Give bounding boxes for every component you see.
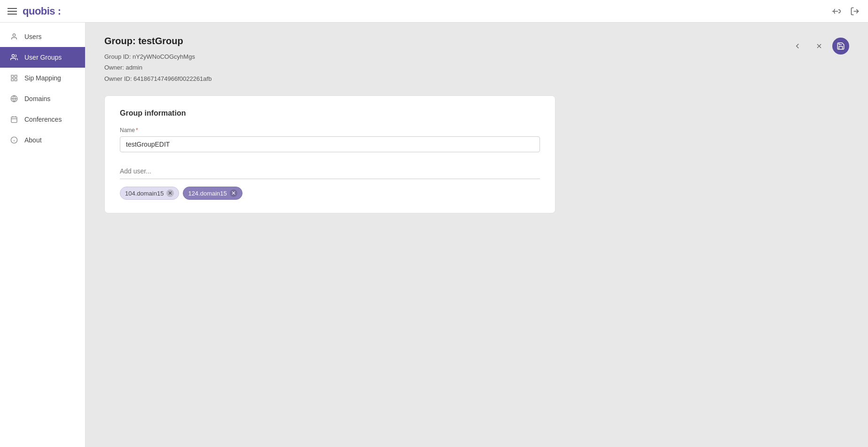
close-button[interactable] bbox=[811, 38, 828, 55]
svg-rect-6 bbox=[11, 117, 17, 123]
page-header: Group: testGroup Group ID: nY2yWNoCOGcyh… bbox=[104, 36, 849, 84]
layout: Users User Groups Sip Mapping bbox=[0, 23, 868, 447]
app-logo: quobis : bbox=[23, 5, 61, 17]
svg-rect-3 bbox=[15, 78, 17, 81]
sidebar-item-conferences[interactable]: Conferences bbox=[0, 109, 85, 130]
name-input[interactable] bbox=[120, 136, 540, 152]
topbar-left: quobis : bbox=[8, 5, 61, 17]
logout-icon[interactable] bbox=[849, 6, 860, 17]
group-icon bbox=[9, 54, 19, 61]
sidebar-item-label: User Groups bbox=[24, 54, 62, 61]
save-button[interactable] bbox=[832, 38, 849, 55]
topbar: quobis : bbox=[0, 0, 868, 23]
page-title: Group: testGroup bbox=[104, 36, 211, 47]
hamburger-button[interactable] bbox=[8, 8, 17, 15]
tag-remove-button[interactable]: ✕ bbox=[166, 189, 174, 197]
sidebar-item-domains[interactable]: Domains bbox=[0, 88, 85, 109]
user-icon bbox=[9, 33, 19, 40]
owner-id: Owner ID: 6418671474966f0022261afb bbox=[104, 73, 211, 84]
svg-point-4 bbox=[11, 95, 17, 102]
user-tag: 124.domain15 ✕ bbox=[183, 187, 242, 200]
group-info-card: Group information Name* 104.domain15 ✕ 1… bbox=[104, 95, 555, 213]
main-content: Group: testGroup Group ID: nY2yWNoCOGcyh… bbox=[86, 23, 868, 447]
svg-point-10 bbox=[11, 137, 17, 143]
sidebar-item-label: Users bbox=[24, 33, 42, 40]
sidebar-item-label: About bbox=[24, 136, 42, 144]
card-title: Group information bbox=[120, 109, 540, 118]
sidebar-item-label: Conferences bbox=[24, 116, 62, 123]
tag-label: 104.domain15 bbox=[125, 190, 164, 197]
tag-label: 124.domain15 bbox=[188, 190, 227, 197]
sidebar: Users User Groups Sip Mapping bbox=[0, 23, 86, 447]
globe-icon bbox=[9, 95, 19, 102]
header-actions bbox=[789, 38, 849, 55]
sidebar-item-label: Sip Mapping bbox=[24, 74, 61, 82]
group-id: Group ID: nY2yWNoCOGcyhMgs bbox=[104, 51, 211, 62]
owner: Owner: admin bbox=[104, 62, 211, 73]
svg-rect-1 bbox=[15, 75, 17, 78]
sidebar-item-users[interactable]: Users bbox=[0, 26, 85, 47]
sidebar-item-user-groups[interactable]: User Groups bbox=[0, 47, 85, 68]
svg-rect-0 bbox=[11, 75, 14, 78]
user-tags-container: 104.domain15 ✕ 124.domain15 ✕ bbox=[120, 187, 540, 200]
name-label: Name* bbox=[120, 127, 540, 133]
sidebar-item-about[interactable]: About bbox=[0, 130, 85, 150]
svg-line-14 bbox=[817, 44, 821, 48]
svg-rect-2 bbox=[11, 78, 14, 81]
sidebar-item-label: Domains bbox=[24, 95, 50, 102]
grid-icon bbox=[9, 74, 19, 82]
topbar-right bbox=[830, 6, 860, 17]
tag-remove-button[interactable]: ✕ bbox=[230, 189, 237, 197]
name-field-group: Name* bbox=[120, 127, 540, 152]
svg-line-13 bbox=[817, 44, 821, 48]
info-icon bbox=[9, 136, 19, 144]
back-button[interactable] bbox=[789, 38, 806, 55]
share-icon[interactable] bbox=[830, 6, 842, 17]
page-meta: Group ID: nY2yWNoCOGcyhMgs Owner: admin … bbox=[104, 51, 211, 84]
add-user-input[interactable] bbox=[120, 164, 540, 179]
user-tag: 104.domain15 ✕ bbox=[120, 187, 179, 200]
sidebar-item-sip-mapping[interactable]: Sip Mapping bbox=[0, 68, 85, 88]
calendar-icon bbox=[9, 116, 19, 123]
page-info: Group: testGroup Group ID: nY2yWNoCOGcyh… bbox=[104, 36, 211, 84]
